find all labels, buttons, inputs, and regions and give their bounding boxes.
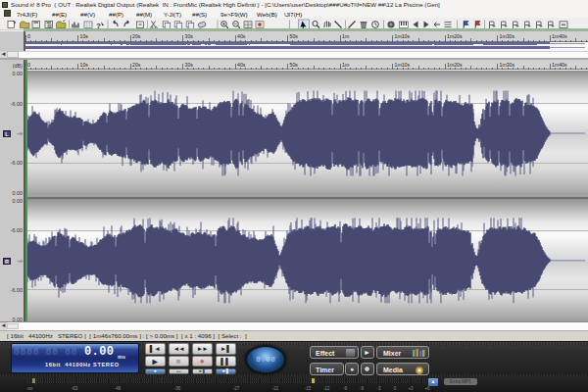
- svg-text:0: 0: [27, 33, 30, 39]
- svg-text:-48: -48: [115, 386, 122, 391]
- svg-text:1m30s: 1m30s: [500, 33, 515, 39]
- svg-text:10s: 10s: [80, 33, 89, 39]
- svg-text:20s: 20s: [132, 33, 141, 39]
- svg-text:-63: -63: [72, 386, 78, 391]
- svg-text:30s: 30s: [185, 33, 194, 39]
- svg-text:1m20s: 1m20s: [447, 33, 463, 39]
- svg-text:1m40s: 1m40s: [552, 33, 567, 39]
- svg-text:-21: -21: [272, 386, 279, 391]
- svg-text:-36: -36: [174, 386, 181, 391]
- svg-text:-3: -3: [376, 386, 381, 391]
- svg-text:1m10s: 1m10s: [395, 33, 411, 39]
- svg-text:+6: +6: [424, 386, 430, 391]
- svg-text:-9: -9: [343, 386, 348, 391]
- svg-text:-oo: -oo: [26, 386, 33, 391]
- svg-text:0: 0: [394, 386, 397, 391]
- svg-text:1m: 1m: [342, 33, 349, 39]
- svg-text:-6: -6: [360, 386, 365, 391]
- svg-text:-27: -27: [233, 386, 240, 391]
- svg-text:40s: 40s: [237, 33, 246, 39]
- svg-text:+3: +3: [408, 386, 414, 391]
- svg-text:-15: -15: [305, 386, 312, 391]
- svg-text:-12: -12: [323, 386, 330, 391]
- svg-text:50s: 50s: [290, 33, 299, 39]
